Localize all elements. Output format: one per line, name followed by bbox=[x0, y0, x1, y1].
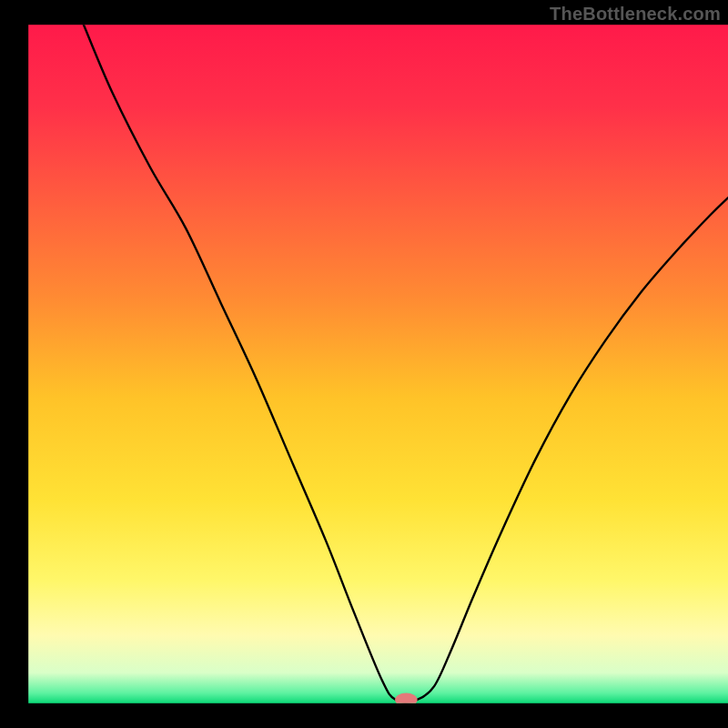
chart-container: TheBottleneck.com bbox=[0, 0, 728, 728]
plot-background bbox=[28, 25, 728, 703]
watermark-label: TheBottleneck.com bbox=[550, 4, 721, 25]
chart-svg bbox=[0, 0, 728, 728]
optimum-marker bbox=[395, 693, 418, 707]
